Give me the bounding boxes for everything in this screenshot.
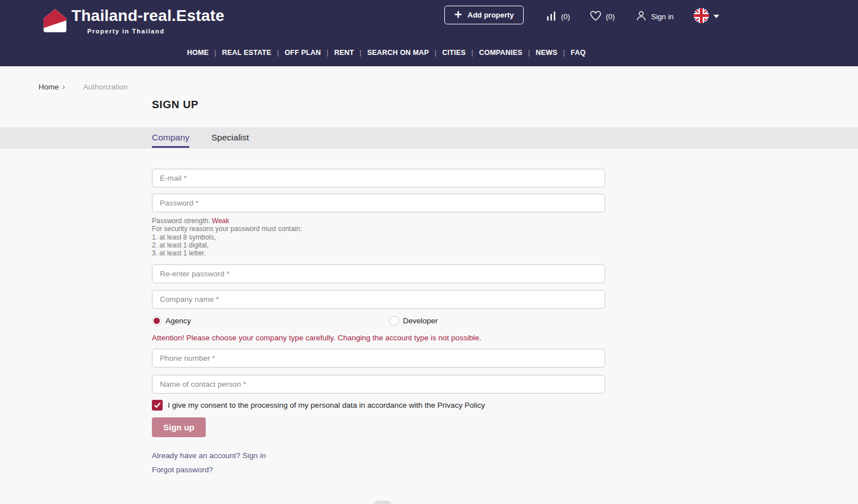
tab-strip: Company Specialist [0, 127, 858, 149]
nav-item-real-estate[interactable]: REAL ESTATE [222, 49, 271, 57]
company-type-radio-group: Agency Developer [152, 316, 605, 327]
radio-agency-control[interactable] [152, 316, 162, 326]
nav-item-faq[interactable]: FAQ [571, 49, 585, 57]
site-header: Thailand-real.Estate Property in Thailan… [0, 0, 858, 66]
radio-developer-control[interactable] [389, 316, 399, 326]
forgot-password-link[interactable]: Forgot password? [152, 465, 605, 474]
breadcrumb-home-link[interactable]: Home [39, 83, 59, 91]
chevron-down-icon [713, 15, 719, 18]
compare-button[interactable]: (0) [546, 10, 570, 24]
nav-item-off-plan[interactable]: OFF PLAN [284, 49, 321, 57]
consent-label: I give my consent to the processing of m… [168, 401, 485, 409]
password-rule: 2. at least 1 digital, [152, 241, 605, 249]
logo-text: Thailand-real.Estate Property in Thailan… [71, 6, 224, 35]
nav-separator: | [558, 49, 571, 57]
compare-count: (0) [561, 12, 570, 21]
breadcrumb-separator: › [62, 82, 65, 91]
signup-form: Password strength: Weak For security rea… [152, 169, 605, 474]
favorites-count: (0) [606, 12, 615, 21]
add-property-label: Add property [468, 11, 514, 19]
main-nav: HOME| REAL ESTATE| OFF PLAN| RENT| SEARC… [187, 49, 585, 57]
nav-separator: | [429, 49, 442, 57]
site-logo[interactable]: Thailand-real.Estate Property in Thailan… [42, 6, 224, 36]
favorites-button[interactable]: (0) [589, 10, 615, 24]
password-field[interactable] [152, 194, 605, 212]
password-strength-line: Password strength: Weak [152, 217, 605, 225]
password-strength-value: Weak [212, 217, 229, 225]
consent-row: I give my consent to the processing of m… [152, 400, 605, 411]
nav-separator: | [354, 49, 367, 57]
user-icon [635, 9, 647, 24]
house-icon [42, 6, 68, 36]
sign-up-button[interactable]: Sign up [152, 417, 206, 437]
consent-checkbox[interactable] [152, 400, 163, 411]
logo-title: Thailand-real.Estate [71, 6, 224, 25]
plus-icon [454, 10, 462, 20]
page-title: SIGN UP [152, 99, 198, 111]
radio-developer-label: Developer [403, 317, 438, 325]
nav-item-companies[interactable]: COMPANIES [479, 49, 523, 57]
sign-in-label: Sign in [651, 12, 674, 21]
nav-separator: | [271, 49, 284, 57]
nav-separator: | [466, 49, 479, 57]
sign-in-button[interactable]: Sign in [635, 9, 674, 24]
nav-item-search-on-map[interactable]: SEARCH ON MAP [367, 49, 429, 57]
radio-agency-label: Agency [165, 317, 191, 325]
nav-item-news[interactable]: NEWS [536, 49, 557, 57]
nav-separator: | [321, 49, 334, 57]
password-strength-block: Password strength: Weak For security rea… [152, 217, 605, 257]
heart-icon [589, 10, 602, 24]
language-selector[interactable] [694, 8, 719, 25]
phone-number-field[interactable] [152, 349, 605, 368]
password-rule: 3. at least 1 letter. [152, 249, 605, 257]
radio-developer[interactable]: Developer [389, 316, 438, 326]
breadcrumb-current: Authorization [83, 83, 128, 91]
password-rule: 1. at least 8 symbols, [152, 233, 605, 241]
nav-separator: | [209, 49, 222, 57]
add-property-button[interactable]: Add property [444, 6, 524, 24]
contact-person-field[interactable] [152, 375, 605, 394]
nav-item-rent[interactable]: RENT [334, 49, 354, 57]
bar-chart-icon [546, 10, 557, 24]
tab-company[interactable]: Company [152, 133, 189, 143]
password-rule: For security reasons your password must … [152, 225, 605, 233]
uk-flag-icon [694, 8, 709, 25]
footer-peek [374, 501, 391, 504]
email-field[interactable] [152, 169, 605, 187]
tab-specialist[interactable]: Specialist [211, 133, 249, 143]
already-have-account-link[interactable]: Already have an account? Sign in [152, 451, 605, 460]
radio-agency[interactable]: Agency [152, 316, 191, 326]
checkmark-icon [154, 402, 161, 409]
nav-separator: | [523, 49, 536, 57]
company-name-field[interactable] [152, 290, 605, 309]
attention-note: Attention! Please choose your company ty… [152, 334, 605, 342]
breadcrumb: Home › Authorization [39, 82, 128, 91]
nav-item-cities[interactable]: CITIES [442, 49, 465, 57]
password-strength-label: Password strength: [152, 217, 212, 225]
logo-subtitle: Property in Thailand [87, 28, 224, 35]
nav-item-home[interactable]: HOME [187, 49, 209, 57]
reenter-password-field[interactable] [152, 264, 605, 283]
